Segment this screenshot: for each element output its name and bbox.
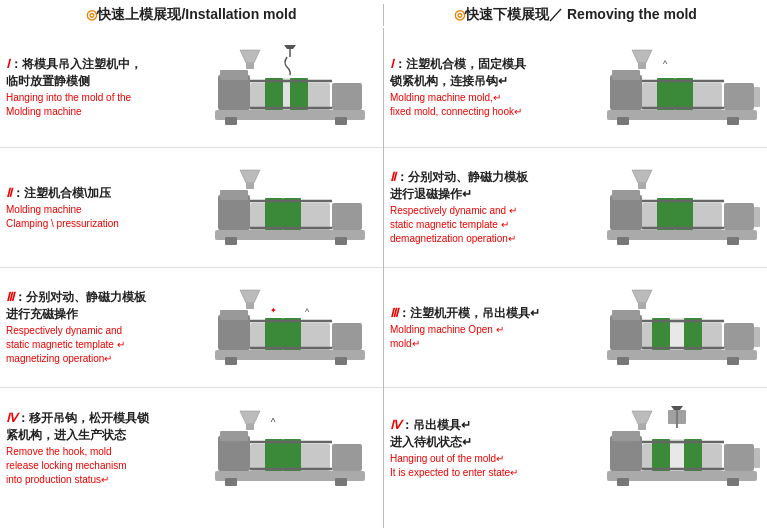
- content: Ⅰ：将模具吊入注塑机中，临时放置静模侧 Hanging into the mol…: [0, 28, 767, 528]
- svg-rect-120: [754, 448, 760, 468]
- svg-marker-32: [240, 290, 260, 303]
- right-step-4: Ⅳ：吊出模具↵进入待机状态↵ Hanging out of the mold↵I…: [384, 388, 767, 508]
- svg-rect-6: [265, 78, 283, 110]
- svg-rect-46: [220, 431, 248, 441]
- left-roman-3: Ⅲ: [6, 290, 14, 304]
- svg-rect-119: [668, 410, 686, 424]
- svg-marker-90: [632, 290, 652, 303]
- right-step-1-label: Ⅰ：注塑机合模，固定模具锁紧机构，连接吊钩↵: [390, 56, 596, 90]
- svg-rect-82: [617, 237, 629, 245]
- right-step-1: Ⅰ：注塑机合模，固定模具锁紧机构，连接吊钩↵ Molding machine m…: [384, 28, 767, 148]
- left-step-2-text: Ⅱ：注塑机合模\加压 Molding machineClamping \ pre…: [6, 185, 201, 231]
- svg-rect-7: [290, 78, 308, 110]
- machine-svg-r1: ^: [602, 45, 762, 130]
- right-title-en: Removing the mold: [563, 6, 697, 22]
- svg-rect-67: [617, 117, 629, 125]
- right-machine-4: [600, 406, 763, 491]
- machine-svg-3: ✦ ^: [210, 285, 370, 370]
- right-step-4-label: Ⅳ：吊出模具↵进入待机状态↵: [390, 417, 596, 451]
- left-title-zh: 快速上模展现: [97, 6, 181, 22]
- svg-rect-59: [610, 75, 642, 110]
- left-zh-2: ：注塑机合模\加压: [12, 186, 111, 200]
- svg-text:^: ^: [305, 307, 310, 317]
- svg-rect-17: [218, 195, 250, 230]
- svg-rect-64: [657, 78, 675, 110]
- svg-rect-4: [246, 63, 254, 69]
- svg-rect-45: [218, 436, 250, 471]
- svg-rect-65: [675, 78, 693, 110]
- left-machine-4: ^: [201, 406, 379, 491]
- svg-rect-36: [283, 318, 301, 350]
- svg-rect-106: [638, 424, 646, 430]
- left-step-1-label: Ⅰ：将模具吊入注塑机中，临时放置静模侧: [6, 56, 197, 90]
- svg-rect-8: [283, 78, 290, 110]
- svg-rect-26: [335, 237, 347, 245]
- left-step-2: Ⅱ：注塑机合模\加压 Molding machineClamping \ pre…: [0, 148, 383, 268]
- left-step-3-label: Ⅲ：分别对动、静磁力模板进行充磁操作: [6, 289, 197, 323]
- svg-rect-60: [612, 70, 640, 80]
- svg-rect-48: [246, 424, 254, 430]
- machine-svg-4: ^: [210, 406, 370, 491]
- right-zh-3: ：注塑机开模，吊出模具↵: [398, 306, 540, 320]
- svg-rect-95: [670, 318, 684, 350]
- svg-rect-96: [724, 323, 754, 350]
- machine-svg-r2: [602, 165, 762, 250]
- right-column: Ⅰ：注塑机合模，固定模具锁紧机构，连接吊钩↵ Molding machine m…: [384, 28, 767, 528]
- svg-rect-24: [332, 203, 362, 230]
- svg-rect-31: [220, 310, 248, 320]
- machine-svg-r4: [602, 406, 762, 491]
- right-machine-3: [600, 285, 763, 370]
- svg-rect-74: [610, 195, 642, 230]
- svg-rect-88: [610, 315, 642, 350]
- svg-marker-76: [632, 170, 652, 183]
- left-title-en: Installation mold: [185, 6, 296, 22]
- svg-rect-39: [225, 357, 237, 365]
- header-right: ◎快速下模展现／ Removing the mold: [384, 4, 767, 26]
- left-en-1: Hanging into the mold of theMolding mach…: [6, 91, 197, 119]
- header-left: ◎快速上模展现/Installation mold: [0, 4, 383, 26]
- svg-rect-80: [675, 198, 693, 230]
- svg-rect-23: [283, 198, 301, 230]
- svg-rect-77: [638, 183, 646, 189]
- svg-rect-103: [610, 436, 642, 471]
- right-step-4-text: Ⅳ：吊出模具↵进入待机状态↵ Hanging out of the mold↵I…: [390, 417, 600, 480]
- right-en-4: Hanging out of the mold↵It is expected t…: [390, 452, 596, 480]
- svg-rect-97: [617, 357, 629, 365]
- svg-rect-79: [657, 198, 675, 230]
- right-step-3-label: Ⅲ：注塑机开模，吊出模具↵: [390, 305, 596, 322]
- right-en-2: Respectively dynamic and ↵static magneti…: [390, 204, 596, 246]
- right-en-1: Molding machine mold,↵fixed mold, connec…: [390, 91, 596, 119]
- right-machine-2: [600, 165, 763, 250]
- left-machine-3: ✦ ^: [201, 285, 379, 370]
- svg-text:^: ^: [271, 417, 276, 428]
- svg-rect-62: [638, 63, 646, 69]
- right-zh-4: ：吊出模具↵进入待机状态↵: [390, 418, 472, 449]
- right-sep: ／: [549, 6, 563, 22]
- svg-rect-86: [754, 207, 760, 227]
- svg-rect-2: [220, 70, 248, 80]
- right-machine-1: ^: [600, 45, 763, 130]
- right-roman-4: Ⅳ: [390, 418, 401, 432]
- left-step-3-text: Ⅲ：分别对动、静磁力模板进行充磁操作 Respectively dynamic …: [6, 289, 201, 366]
- right-step-2-text: Ⅱ：分别对动、静磁力模板进行退磁操作↵ Respectively dynamic…: [390, 169, 600, 246]
- svg-rect-113: [727, 478, 739, 486]
- svg-rect-66: [724, 83, 754, 110]
- svg-rect-110: [670, 439, 684, 471]
- right-step-2-label: Ⅱ：分别对动、静磁力模板进行退磁操作↵: [390, 169, 596, 203]
- svg-text:✦: ✦: [270, 306, 277, 315]
- left-en-2: Molding machineClamping \ pressurization: [6, 203, 197, 231]
- left-zh-3: ：分别对动、静磁力模板进行充磁操作: [6, 290, 146, 321]
- right-zh-1: ：注塑机合模，固定模具锁紧机构，连接吊钩↵: [390, 57, 526, 88]
- svg-rect-98: [727, 357, 739, 365]
- svg-rect-11: [335, 117, 347, 125]
- left-machine-1: [201, 45, 379, 130]
- right-step-2: Ⅱ：分别对动、静磁力模板进行退磁操作↵ Respectively dynamic…: [384, 148, 767, 268]
- left-en-3: Respectively dynamic andstatic magnetic …: [6, 324, 197, 366]
- svg-marker-47: [240, 411, 260, 424]
- machine-svg-2: [210, 165, 370, 250]
- svg-rect-108: [652, 439, 670, 471]
- svg-marker-117: [671, 406, 683, 410]
- svg-rect-75: [612, 190, 640, 200]
- svg-rect-25: [225, 237, 237, 245]
- left-circle-icon: ◎: [86, 7, 97, 22]
